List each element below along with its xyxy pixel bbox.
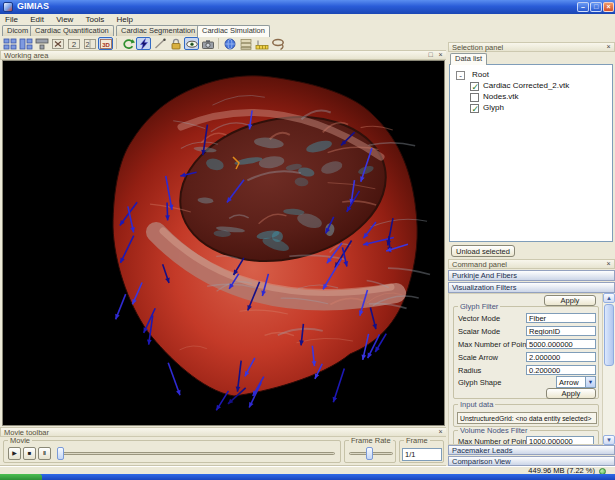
tab-cardiac-segmentation[interactable]: Cardiac Segmentation <box>116 25 200 36</box>
input-data-groupbox: Input data UnstructuredGrid: <no data en… <box>453 404 599 427</box>
section-comparison-view[interactable]: Comparison View <box>448 456 615 466</box>
scroll-up-icon[interactable]: ▲ <box>603 293 615 303</box>
command-scrollbar: ▲ ▼ <box>603 293 615 445</box>
layout-2x2-icon[interactable] <box>2 37 17 50</box>
volume-nodes-filter-groupbox: Volume Nodes Filter Max Number of Points… <box>453 430 599 445</box>
field-label: Scale Arrow <box>458 353 498 362</box>
svg-text:2: 2 <box>72 40 77 49</box>
command-panel-close-icon[interactable]: × <box>604 260 613 268</box>
frame-label: Frame <box>404 437 430 445</box>
menu-file[interactable]: File <box>0 14 23 25</box>
movie-toolbar-body: Movie ▶ ■ ‖ Frame Rate Frame 1/1 <box>0 437 447 466</box>
layout-rows-icon[interactable] <box>34 37 49 50</box>
scalar-mode-input[interactable]: RegionID <box>526 326 596 336</box>
view-2d-icon[interactable]: 2 <box>66 37 81 50</box>
menu-help[interactable]: Help <box>112 14 138 25</box>
play-icon[interactable]: ▶ <box>8 447 21 460</box>
max-points-input[interactable]: 5000.000000 <box>526 339 596 349</box>
glyph-filter-groupbox: Glyph Filter Vector Mode Fiber Scalar Mo… <box>453 306 599 399</box>
movie-slider-track[interactable] <box>59 452 335 455</box>
field-label: Scalar Mode <box>458 327 500 336</box>
menu-tools[interactable]: Tools <box>81 14 110 25</box>
toolbar-separator <box>116 38 117 49</box>
apply-button-top[interactable]: Apply <box>544 295 596 306</box>
movie-toolbar-close-icon[interactable]: × <box>436 428 445 436</box>
tree-item-label[interactable]: Nodes.vtk <box>483 92 519 102</box>
frame-group: Frame 1/1 <box>399 440 444 463</box>
lock-icon[interactable] <box>168 37 183 50</box>
close-button[interactable]: × <box>603 2 614 12</box>
globe-icon[interactable] <box>222 37 237 50</box>
frame-rate-slider-thumb[interactable] <box>366 447 373 460</box>
tree-checkbox[interactable] <box>470 82 479 91</box>
tab-dicom[interactable]: Dicom <box>2 25 33 36</box>
view-close-icon[interactable] <box>50 37 65 50</box>
vector-mode-input[interactable]: Fiber <box>526 313 596 323</box>
view-2x2-icon[interactable]: 2 <box>82 37 97 50</box>
tree-expander-icon[interactable]: - <box>456 71 465 80</box>
start-button[interactable] <box>0 474 42 480</box>
frame-rate-group: Frame Rate <box>344 440 396 463</box>
window-title: GIMIAS <box>17 1 49 11</box>
pause-icon[interactable]: ‖ <box>38 447 51 460</box>
section-pacemaker-leads[interactable]: Pacemaker Leads <box>448 445 615 455</box>
window-titlebar: GIMIAS – □ × <box>0 0 615 14</box>
tree-item-label[interactable]: Glyph <box>483 103 504 113</box>
volume-max-points-input[interactable]: 1000.000000 <box>526 436 594 445</box>
section-visualization-filters[interactable]: Visualization Filters <box>448 282 615 293</box>
working-area-maximize-icon[interactable]: □ <box>426 51 435 59</box>
layout-columns-icon[interactable] <box>18 37 33 50</box>
field-label: Vector Mode <box>458 314 500 323</box>
chevron-down-icon[interactable]: ▼ <box>585 377 595 387</box>
gimias-window: GIMIAS – □ × File Edit View Tools Help D… <box>0 0 615 480</box>
tree-checkbox[interactable] <box>470 93 479 102</box>
working-area-titlebar: Working area □ × <box>0 50 447 60</box>
right-panel: Selection panel × Data list - Root Cardi… <box>448 42 615 466</box>
measure-icon[interactable] <box>152 37 167 50</box>
volume-filter-legend: Volume Nodes Filter <box>458 427 530 435</box>
panel-splitter[interactable] <box>446 50 448 466</box>
3d-viewport[interactable] <box>2 60 445 426</box>
lasso-icon[interactable] <box>270 37 285 50</box>
minimize-button[interactable]: – <box>577 2 589 12</box>
layers-icon[interactable] <box>238 37 253 50</box>
glyph-filter-legend: Glyph Filter <box>458 303 500 311</box>
section-purkinje-and-fibers[interactable]: Purkinje And Fibers <box>448 270 615 281</box>
selection-panel-titlebar: Selection panel × <box>448 42 615 52</box>
tree-root-label[interactable]: Root <box>472 70 489 80</box>
tab-cardiac-quantification[interactable]: Cardiac Quantification <box>30 25 114 36</box>
menu-view[interactable]: View <box>51 14 78 25</box>
refresh-icon[interactable] <box>120 37 135 50</box>
menu-edit[interactable]: Edit <box>25 14 49 25</box>
scale-arrow-input[interactable]: 2.000000 <box>526 352 596 362</box>
frame-input[interactable]: 1/1 <box>402 448 442 461</box>
stop-icon[interactable]: ■ <box>23 447 36 460</box>
tab-cardiac-simulation[interactable]: Cardiac Simulation <box>197 25 270 37</box>
camera-icon[interactable] <box>200 37 215 50</box>
selection-panel-close-icon[interactable]: × <box>604 43 613 51</box>
unload-selected-button[interactable]: Unload selected <box>451 245 515 257</box>
glyph-shape-combo[interactable]: Arrow ▼ <box>556 376 596 388</box>
input-data-field[interactable]: UnstructuredGrid: <no data entity select… <box>457 412 597 424</box>
visualization-filters-body: Apply Glyph Filter Vector Mode Fiber Sca… <box>448 293 603 445</box>
landmarks-icon[interactable] <box>254 37 269 50</box>
scroll-down-icon[interactable]: ▼ <box>603 435 615 445</box>
tree-checkbox[interactable] <box>470 104 479 113</box>
tree-item-label[interactable]: Cardiac Corrected_2.vtk <box>483 81 569 91</box>
scroll-thumb[interactable] <box>604 304 614 366</box>
selection-panel-title: Selection panel <box>452 43 503 52</box>
maximize-button[interactable]: □ <box>590 2 602 12</box>
radius-input[interactable]: 0.200000 <box>526 365 596 375</box>
status-bar: 449.96 MB (7.22 %) <box>0 466 615 474</box>
field-label: Radius <box>458 366 481 375</box>
field-label: Max Number of Points <box>458 437 532 445</box>
view-3d-icon[interactable]: 3D <box>98 37 113 50</box>
eye-icon[interactable] <box>184 37 199 50</box>
movie-slider-thumb[interactable] <box>57 447 64 460</box>
working-area-close-icon[interactable]: × <box>436 51 445 59</box>
command-panel-title: Command panel <box>452 260 507 269</box>
lightning-icon[interactable] <box>136 37 151 50</box>
tab-data-list[interactable]: Data list <box>450 53 487 65</box>
input-data-legend: Input data <box>458 401 495 409</box>
apply-button-glyph[interactable]: Apply <box>546 388 596 399</box>
